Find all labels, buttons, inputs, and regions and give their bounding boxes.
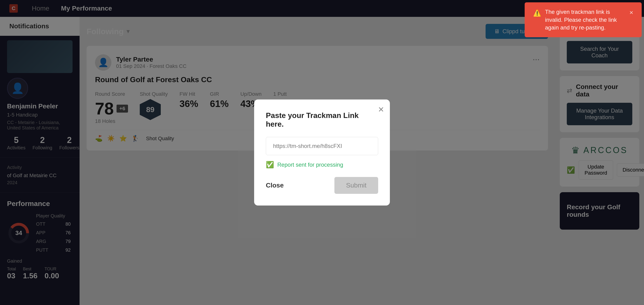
success-icon: ✅	[266, 161, 274, 168]
modal-success-message: ✅ Report sent for processing	[266, 161, 378, 168]
toast-close-button[interactable]: ×	[630, 8, 633, 17]
trackman-modal: Paste your Trackman Link here. ✕ ✅ Repor…	[254, 100, 390, 206]
success-text: Report sent for processing	[277, 162, 343, 168]
modal-submit-button[interactable]: Submit	[334, 177, 378, 194]
trackman-link-input[interactable]	[266, 137, 378, 155]
warning-icon: ⚠️	[533, 8, 541, 18]
error-toast: ⚠️ The given trackman link is invalid. P…	[525, 2, 642, 37]
modal-close-icon[interactable]: ✕	[378, 105, 384, 114]
modal-title: Paste your Trackman Link here.	[266, 111, 378, 128]
modal-actions: Close Submit	[266, 177, 378, 194]
modal-close-button[interactable]: Close	[266, 182, 284, 189]
modal-overlay[interactable]: Paste your Trackman Link here. ✕ ✅ Repor…	[0, 0, 644, 305]
toast-message: The given trackman link is invalid. Plea…	[545, 8, 621, 32]
